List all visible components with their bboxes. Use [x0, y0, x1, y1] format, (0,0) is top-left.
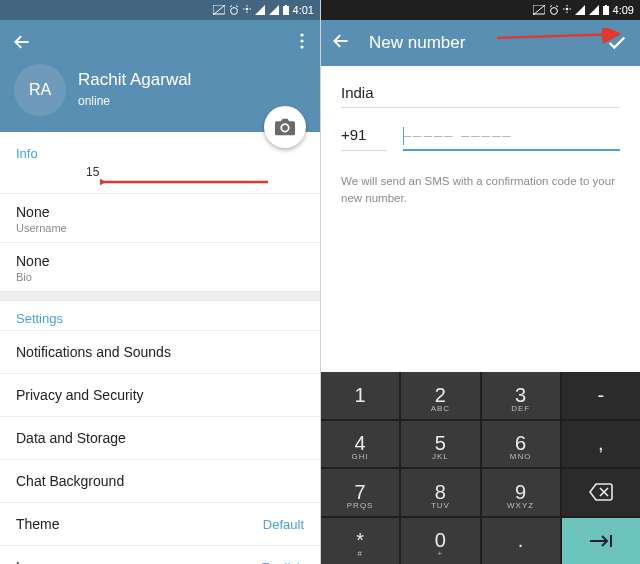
back-icon[interactable]: [12, 32, 32, 56]
key-8[interactable]: 8TUV: [401, 469, 479, 516]
svg-line-4: [236, 6, 238, 8]
username-row[interactable]: None Username: [0, 193, 320, 242]
settings-data[interactable]: Data and Storage: [0, 416, 320, 459]
svg-point-21: [565, 8, 568, 11]
battery-icon: [603, 5, 609, 15]
backspace-key[interactable]: [562, 469, 640, 516]
signal-icon-2: [589, 5, 599, 15]
confirm-icon[interactable]: [606, 32, 628, 58]
key-7[interactable]: 7PRQS: [321, 469, 399, 516]
svg-point-2: [230, 8, 237, 15]
svg-rect-10: [283, 6, 289, 15]
alarm-icon: [229, 5, 239, 15]
bio-label: Bio: [16, 271, 304, 283]
svg-point-5: [245, 8, 248, 11]
no-cast-icon: [533, 5, 545, 15]
alarm-icon: [549, 5, 559, 15]
hint-text: We will send an SMS with a confirmation …: [341, 173, 620, 206]
key-4[interactable]: 4GHI: [321, 421, 399, 468]
back-icon[interactable]: [331, 31, 351, 55]
numeric-keypad: 12ABC3DEF-4GHI5JKL6MNO,7PRQS8TUV9WXYZ*#0…: [321, 372, 640, 564]
battery-icon: [283, 5, 289, 15]
svg-point-18: [550, 8, 557, 15]
avatar[interactable]: RA: [14, 64, 66, 116]
settings-privacy[interactable]: Privacy and Security: [0, 373, 320, 416]
svg-point-14: [300, 45, 303, 48]
settings-notifications[interactable]: Notifications and Sounds: [0, 330, 320, 373]
new-number-screen: 4:09 New number India +91 ––––– ––––– We…: [320, 0, 640, 564]
key-*[interactable]: *#: [321, 518, 399, 565]
settings-label: Chat Background: [16, 473, 124, 489]
key-.[interactable]: .: [482, 518, 560, 565]
key-,[interactable]: ,: [562, 421, 640, 468]
enter-key[interactable]: [562, 518, 640, 565]
location-icon: [563, 5, 571, 15]
key-1[interactable]: 1: [321, 372, 399, 419]
settings-profile-screen: 4:01 RA Rachit Agarwal online Info 15 No…: [0, 0, 320, 564]
settings-label: Notifications and Sounds: [16, 344, 171, 360]
settings-label: Privacy and Security: [16, 387, 144, 403]
svg-line-3: [230, 6, 232, 8]
key-0[interactable]: 0+: [401, 518, 479, 565]
no-cast-icon: [213, 5, 225, 15]
signal-icon-2: [269, 5, 279, 15]
settings-theme[interactable]: Theme Default: [0, 502, 320, 545]
country-field[interactable]: India: [341, 84, 620, 108]
status-bar: 4:01: [0, 0, 320, 20]
location-icon: [243, 5, 251, 15]
settings-label: Data and Storage: [16, 430, 126, 446]
page-title: New number: [369, 33, 465, 53]
settings-background[interactable]: Chat Background: [0, 459, 320, 502]
avatar-initials: RA: [29, 81, 51, 99]
clock-text: 4:09: [613, 4, 634, 16]
key--[interactable]: -: [562, 372, 640, 419]
more-icon[interactable]: [294, 32, 310, 54]
phone-number-fragment: 15: [86, 165, 99, 179]
svg-rect-27: [605, 5, 607, 6]
key-5[interactable]: 5JKL: [401, 421, 479, 468]
section-divider: [0, 291, 320, 301]
settings-label: Theme: [16, 516, 60, 532]
settings-value: Default: [263, 517, 304, 532]
phone-number-row[interactable]: 15: [0, 165, 320, 193]
svg-point-12: [300, 33, 303, 36]
status-bar: 4:09: [321, 0, 640, 20]
settings-value: English: [261, 560, 304, 565]
svg-point-13: [300, 39, 303, 42]
settings-header: Settings: [0, 301, 320, 330]
settings-language[interactable]: Language English: [0, 545, 320, 564]
profile-presence: online: [78, 94, 110, 108]
key-9[interactable]: 9WXYZ: [482, 469, 560, 516]
clock-text: 4:01: [293, 4, 314, 16]
form: India +91 ––––– ––––– We will send an SM…: [321, 66, 640, 206]
settings-label: Language: [16, 559, 78, 564]
header: New number: [321, 20, 640, 66]
signal-icon: [575, 5, 585, 15]
svg-rect-11: [285, 5, 287, 6]
key-6[interactable]: 6MNO: [482, 421, 560, 468]
country-code-field[interactable]: +91: [341, 126, 387, 151]
svg-line-20: [556, 6, 558, 8]
profile-name: Rachit Agarwal: [78, 70, 191, 90]
username-value: None: [16, 204, 304, 220]
bio-value: None: [16, 253, 304, 269]
bio-row[interactable]: None Bio: [0, 242, 320, 291]
key-2[interactable]: 2ABC: [401, 372, 479, 419]
key-3[interactable]: 3DEF: [482, 372, 560, 419]
svg-rect-26: [603, 6, 609, 15]
phone-number-field[interactable]: ––––– –––––: [403, 126, 620, 151]
svg-line-19: [550, 6, 552, 8]
username-label: Username: [16, 222, 304, 234]
camera-fab[interactable]: [264, 106, 306, 148]
signal-icon: [255, 5, 265, 15]
